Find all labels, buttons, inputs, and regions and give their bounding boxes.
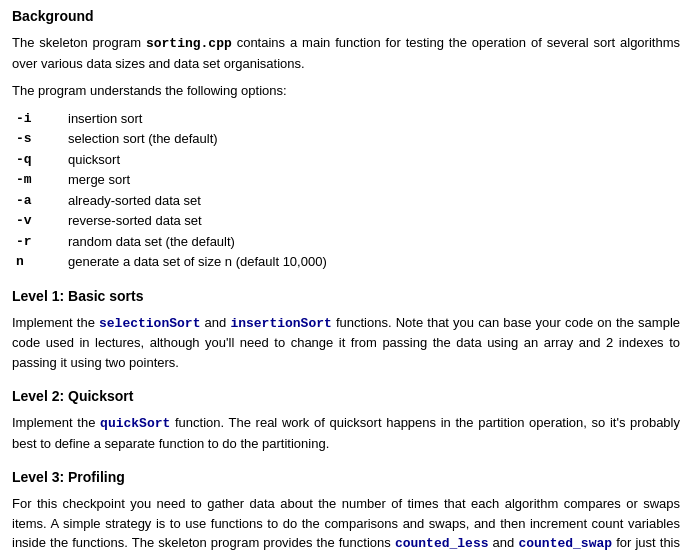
option-desc-r: random data set (the default) [68, 232, 680, 252]
background-section: Background The skeleton program sorting.… [12, 6, 680, 272]
level3-title: Level 3: Profiling [12, 467, 680, 488]
option-flag-i: -i [16, 109, 68, 129]
level1-para: Implement the selectionSort and insertio… [12, 313, 680, 373]
option-v: -v reverse-sorted data set [16, 211, 680, 231]
level1-section: Level 1: Basic sorts Implement the selec… [12, 286, 680, 373]
option-i: -i insertion sort [16, 109, 680, 129]
option-flag-v: -v [16, 211, 68, 231]
option-desc-q: quicksort [68, 150, 680, 170]
option-r: -r random data set (the default) [16, 232, 680, 252]
level1-title: Level 1: Basic sorts [12, 286, 680, 307]
option-m: -m merge sort [16, 170, 680, 190]
level3-section: Level 3: Profiling For this checkpoint y… [12, 467, 680, 554]
option-flag-r: -r [16, 232, 68, 252]
quick-sort-code: quickSort [100, 416, 170, 431]
level2-para: Implement the quickSort function. The re… [12, 413, 680, 453]
option-q: -q quicksort [16, 150, 680, 170]
background-title: Background [12, 6, 680, 27]
option-desc-v: reverse-sorted data set [68, 211, 680, 231]
option-flag-s: -s [16, 129, 68, 149]
option-s: -s selection sort (the default) [16, 129, 680, 149]
insertion-sort-code: insertionSort [230, 316, 331, 331]
option-flag-a: -a [16, 191, 68, 211]
option-flag-q: -q [16, 150, 68, 170]
level2-title: Level 2: Quicksort [12, 386, 680, 407]
option-desc-n: generate a data set of size n (default 1… [68, 252, 680, 272]
background-para1: The skeleton program sorting.cpp contain… [12, 33, 680, 73]
level3-para: For this checkpoint you need to gather d… [12, 494, 680, 554]
option-desc-i: insertion sort [68, 109, 680, 129]
options-table: -i insertion sort -s selection sort (the… [16, 109, 680, 272]
option-n: n generate a data set of size n (default… [16, 252, 680, 272]
counted-less-code: counted_less [395, 536, 489, 551]
sorting-cpp-code: sorting.cpp [146, 36, 232, 51]
option-flag-m: -m [16, 170, 68, 190]
option-desc-m: merge sort [68, 170, 680, 190]
option-desc-a: already-sorted data set [68, 191, 680, 211]
option-flag-n: n [16, 252, 68, 272]
level2-section: Level 2: Quicksort Implement the quickSo… [12, 386, 680, 453]
selection-sort-code: selectionSort [99, 316, 200, 331]
option-desc-s: selection sort (the default) [68, 129, 680, 149]
background-para2: The program understands the following op… [12, 81, 680, 101]
option-a: -a already-sorted data set [16, 191, 680, 211]
counted-swap-code: counted_swap [518, 536, 612, 551]
